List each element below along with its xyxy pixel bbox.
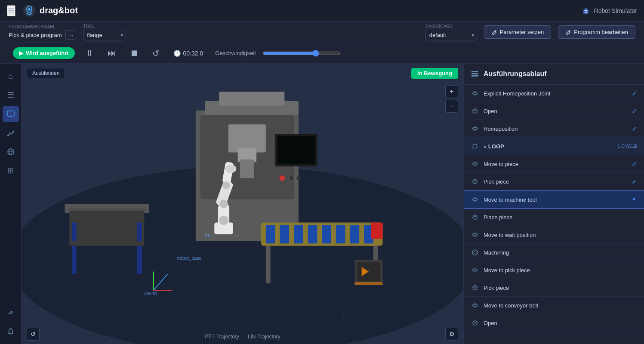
- svg-rect-50: [219, 92, 284, 106]
- svg-rect-40: [72, 222, 77, 241]
- exec-item-pick-piece-2[interactable]: Pick piece: [464, 279, 644, 297]
- exec-item-move-machine[interactable]: Move to machine tool: [464, 190, 644, 209]
- exec-item-homepos[interactable]: Homeposition ✓: [464, 120, 644, 138]
- param-setzen-button[interactable]: Parameter setzen: [484, 25, 552, 39]
- exec-item-label: Open: [484, 108, 632, 114]
- dashboard-group: Dashboard default: [425, 24, 477, 40]
- pause-button[interactable]: ⏸: [82, 46, 97, 60]
- exec-item-loop[interactable]: » LOOP 1 CYCLE: [464, 138, 644, 155]
- svg-rect-80: [354, 283, 382, 286]
- clock-icon: 🕐: [173, 50, 181, 57]
- svg-rect-86: [471, 75, 478, 77]
- main-content: ⌂ ☰ ⊞: [0, 64, 644, 344]
- exec-item-move-piece[interactable]: Move to piece ✓: [464, 155, 644, 173]
- edit-icon: [565, 29, 571, 35]
- sidebar-item-world[interactable]: [3, 144, 19, 160]
- world-icon: [6, 147, 15, 156]
- exec-item-move-conveyor[interactable]: Move to conveyor belt: [464, 297, 644, 314]
- simulator-label: Robot Simulator: [594, 7, 637, 14]
- program-value: Pick & place program: [9, 32, 62, 38]
- exec-item-move-wait[interactable]: Move to wait position: [464, 226, 644, 244]
- execution-list[interactable]: Explicit Homeposition Joint ✓ Open ✓ Hom…: [464, 85, 644, 344]
- svg-rect-71: [322, 225, 331, 243]
- svg-line-92: [475, 252, 476, 253]
- running-button[interactable]: ▶ Wird ausgeführt: [13, 47, 75, 59]
- svg-point-65: [222, 181, 230, 189]
- running-icon: [631, 196, 637, 203]
- exec-item-place-piece[interactable]: Place piece: [464, 209, 644, 226]
- svg-rect-68: [280, 225, 289, 243]
- sidebar-item-robot[interactable]: [3, 125, 19, 141]
- sidebar-item-link[interactable]: [3, 304, 19, 321]
- exec-item-homepos-joint[interactable]: Explicit Homeposition Joint ✓: [464, 85, 644, 102]
- reset-view-button[interactable]: ↺: [27, 328, 40, 341]
- exec-item-icon: [471, 213, 479, 221]
- edit-btn-label: Programm bearbeiten: [574, 29, 628, 35]
- viewport[interactable]: Ausblenden In Bewegung: [22, 64, 463, 344]
- zoom-in-button[interactable]: +: [445, 85, 458, 98]
- app-title: drag&bot: [40, 6, 78, 15]
- svg-point-48: [297, 176, 301, 180]
- sidebar-item-list[interactable]: ☰: [3, 87, 19, 103]
- svg-rect-73: [350, 225, 359, 243]
- svg-point-6: [586, 10, 587, 11]
- ptp-trajectory-label: PTP-Trajectory: [205, 334, 239, 340]
- svg-point-63: [219, 215, 228, 225]
- svg-point-88: [473, 179, 477, 184]
- exec-item-icon: [471, 266, 479, 274]
- zoom-controls: + −: [445, 85, 458, 113]
- sidebar-item-monitor[interactable]: [3, 106, 19, 122]
- exec-item-label: Pick piece: [484, 178, 632, 185]
- exec-item-pick-piece-1[interactable]: Pick piece ✓: [464, 173, 644, 190]
- right-panel: Ausführungsablauf Explicit Homeposition …: [463, 64, 644, 344]
- exec-item-label: » LOOP: [484, 143, 616, 150]
- check-icon: ✓: [632, 125, 637, 133]
- exec-item-icon: [471, 230, 479, 239]
- restart-button[interactable]: ↺: [149, 46, 163, 60]
- execution-icon: [471, 70, 479, 78]
- svg-point-89: [473, 215, 477, 219]
- exec-item-icon: [471, 248, 479, 257]
- edit-program-button[interactable]: Programm bearbeiten: [558, 25, 635, 39]
- svg-rect-39: [137, 246, 142, 274]
- speed-slider[interactable]: [263, 50, 340, 57]
- tool-select[interactable]: flange: [83, 30, 126, 40]
- exec-item-move-pick[interactable]: Move to pick piece: [464, 261, 644, 279]
- dashboard-select[interactable]: default: [425, 30, 477, 40]
- exec-item-icon: [471, 89, 479, 98]
- exec-item-machining[interactable]: Machining: [464, 244, 644, 261]
- tool-label: Tool: [83, 24, 126, 29]
- exec-item-label: Place piece: [484, 214, 637, 221]
- exec-item-icon: [471, 283, 479, 292]
- hide-button[interactable]: Ausblenden: [27, 68, 65, 78]
- stop-button[interactable]: ⏹: [126, 46, 142, 60]
- check-icon: ✓: [632, 178, 637, 186]
- exec-item-open-1[interactable]: Open ✓: [464, 102, 644, 120]
- svg-rect-4: [585, 8, 587, 10]
- exec-item-label: Machining: [484, 249, 637, 256]
- zoom-out-button[interactable]: −: [445, 100, 458, 113]
- svg-rect-3: [583, 9, 589, 14]
- svg-point-12: [12, 131, 14, 132]
- panel-title: Ausführungsablauf: [484, 70, 547, 78]
- sidebar-item-home[interactable]: ⌂: [3, 68, 19, 84]
- program-options-button[interactable]: ···: [65, 30, 77, 40]
- exec-item-icon: [471, 124, 479, 133]
- exec-item-open-2[interactable]: Open: [464, 314, 644, 332]
- svg-point-64: [219, 200, 228, 208]
- sidebar-item-plugins[interactable]: ⊞: [3, 163, 19, 179]
- viewport-settings-button[interactable]: ⚙: [445, 328, 458, 341]
- hamburger-button[interactable]: ☰: [7, 5, 15, 16]
- exec-item-icon: [471, 177, 479, 186]
- svg-rect-53: [240, 160, 254, 178]
- svg-text:/world: /world: [144, 291, 157, 296]
- exec-item-label: Pick piece: [484, 285, 637, 291]
- check-icon: ✓: [632, 107, 637, 115]
- step-button[interactable]: ⏭: [104, 46, 120, 60]
- toolbar-row: Programmauswahl Pick & place program ···…: [0, 22, 644, 43]
- sidebar-item-bell[interactable]: [3, 323, 19, 340]
- param-btn-label: Parameter setzen: [500, 29, 544, 35]
- running-label: Wird ausgeführt: [26, 50, 69, 56]
- svg-rect-8: [7, 111, 14, 116]
- svg-point-46: [279, 175, 285, 181]
